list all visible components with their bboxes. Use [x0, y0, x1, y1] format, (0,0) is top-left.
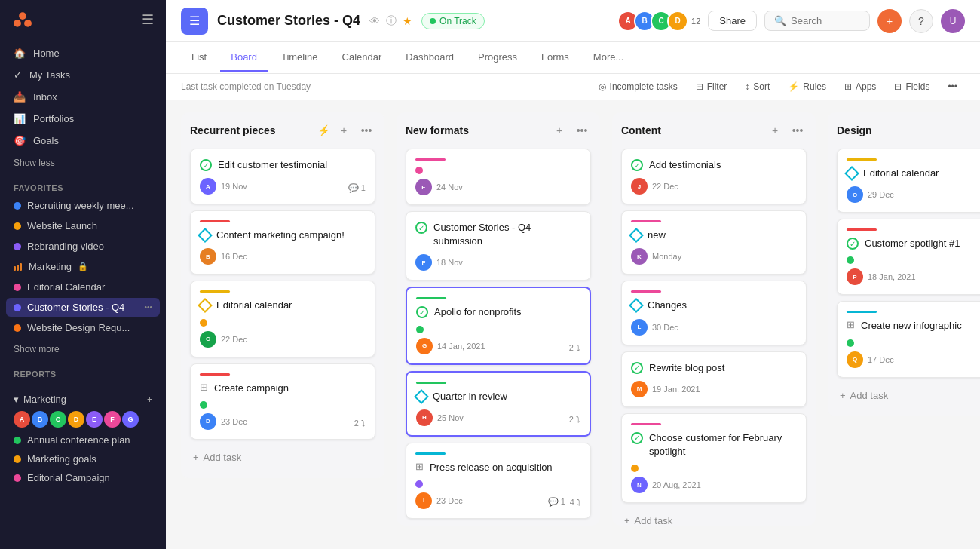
column-more-btn[interactable]: ••• — [789, 121, 807, 140]
share-button[interactable]: Share — [708, 11, 757, 31]
card-avatar: A — [200, 178, 216, 195]
card-add-testimonials[interactable]: ✓ Add testimonials J 22 Dec — [621, 149, 807, 204]
filter-btn[interactable]: ⊟ Filter — [688, 78, 735, 95]
add-card-btn[interactable]: + — [335, 121, 353, 140]
marketing-team[interactable]: ▾ Marketing — [14, 394, 66, 405]
card-date: 18 Jan, 2021 — [868, 272, 916, 281]
tab-dashboard[interactable]: Dashboard — [395, 44, 464, 72]
card-customer-spotlight[interactable]: ✓ Customer spotlight #1 P 18 Jan, 2021 1… — [837, 219, 980, 295]
card-quarter-review[interactable]: Quarter in review H 25 Nov 2 ⤵ — [406, 371, 591, 437]
add-task-btn-design[interactable]: + Add task — [837, 384, 980, 407]
card-edit-testimonial[interactable]: ✓ Edit customer testimonial A 19 Nov 💬 1 — [190, 149, 375, 204]
fav-item-label: Rebranding video — [27, 241, 104, 252]
hide-icon[interactable]: 👁 — [369, 15, 380, 27]
toolbar-right: ◎ Incomplete tasks ⊟ Filter ↕ Sort ⚡ Rul… — [591, 78, 965, 95]
card-create-campaign[interactable]: ⊞ Create campaign D 23 Dec 2 ⤵ — [190, 363, 375, 440]
show-less-btn[interactable]: Show less — [0, 155, 166, 171]
card-avatar: H — [416, 409, 433, 426]
card-new[interactable]: new K Monday — [621, 210, 807, 274]
sidebar-item-portfolios[interactable]: 📊 Portfolios — [6, 108, 160, 130]
main-content: ☰ Customer Stories - Q4 👁 ⓘ ★ On Track A… — [166, 0, 980, 549]
show-more-btn[interactable]: Show more — [0, 341, 166, 357]
sidebar-item-editorial-campaign[interactable]: Editorial Campaign — [6, 468, 160, 487]
plus-icon: + — [193, 452, 199, 463]
sidebar-item-label: Home — [33, 48, 60, 59]
card-changes[interactable]: Changes L 30 Dec — [621, 281, 807, 345]
add-task-btn-recurrent[interactable]: + Add task — [190, 446, 375, 469]
sidebar-item-customer-stories[interactable]: Customer Stories - Q4 ••• — [6, 298, 160, 317]
card-create-infographic[interactable]: ⊞ Create new infographic Q 17 Dec 1 ⤵ — [837, 301, 980, 377]
sidebar-item-my-tasks[interactable]: ✓ My Tasks — [6, 64, 160, 86]
card-rewrite-blog[interactable]: ✓ Rewrite blog post M 19 Jan, 2021 — [621, 351, 807, 407]
apps-btn[interactable]: ⊞ Apps — [837, 78, 884, 95]
card-title: Quarter in review — [433, 390, 507, 403]
user-avatar[interactable]: U — [941, 9, 965, 33]
sidebar-item-home[interactable]: 🏠 Home — [6, 42, 160, 64]
fields-btn[interactable]: ⊟ Fields — [887, 78, 937, 95]
card-avatar: G — [416, 338, 433, 354]
sidebar-item-label: My Tasks — [29, 69, 70, 81]
tasks-icon: ✓ — [14, 69, 22, 81]
card-design-editorial[interactable]: Editorial calendar O 29 Dec — [837, 149, 980, 213]
add-task-btn-new-formats[interactable]: + Add task — [406, 525, 591, 526]
task-check-icon: ✓ — [200, 159, 212, 171]
add-team-icon[interactable]: + — [147, 394, 152, 405]
card-date: 30 Dec — [652, 323, 678, 332]
tab-more[interactable]: More... — [583, 44, 634, 72]
card-date: 25 Nov — [437, 413, 464, 422]
card-nf1[interactable]: E 24 Nov — [406, 149, 591, 205]
tab-list[interactable]: List — [181, 44, 217, 72]
help-button[interactable]: ? — [909, 9, 933, 33]
sidebar-menu-icon[interactable]: ☰ — [142, 11, 154, 28]
more-options-btn[interactable]: ••• — [940, 78, 965, 95]
sort-btn[interactable]: ↕ Sort — [737, 78, 777, 95]
tag-icon — [416, 326, 424, 333]
card-apollo-nonprofits[interactable]: ✓ Apollo for nonprofits G 14 Jan, 2021 2… — [406, 287, 591, 364]
team-avatar: C — [50, 411, 66, 428]
card-choose-customer[interactable]: ✓ Choose customer for February spotlight… — [621, 413, 807, 503]
card-content-campaign[interactable]: Content marketing campaign! B 16 Dec — [190, 210, 375, 274]
tab-progress[interactable]: Progress — [467, 44, 528, 72]
sidebar-top: ☰ — [0, 0, 166, 39]
column-new-formats: New formats + ••• E 24 Nov — [397, 112, 600, 526]
card-customer-stories-submission[interactable]: ✓ Customer Stories - Q4 submission F 18 … — [406, 211, 591, 281]
board: Recurrent pieces ⚡ + ••• ✓ Edit customer… — [166, 100, 980, 549]
item-actions[interactable]: ••• — [144, 303, 152, 311]
sidebar-item-annual-conference[interactable]: Annual conference plan — [6, 431, 160, 449]
sidebar-item-website-design[interactable]: Website Design Requ... — [6, 318, 160, 337]
info-icon[interactable]: ⓘ — [386, 14, 397, 28]
star-icon[interactable]: ★ — [403, 15, 412, 27]
card-color-bar — [416, 297, 446, 299]
sidebar-item-marketing-goals[interactable]: Marketing goals — [6, 449, 160, 468]
search-input[interactable] — [791, 15, 860, 26]
rules-btn[interactable]: ⚡ Rules — [780, 78, 834, 95]
add-task-btn-content[interactable]: + Add task — [621, 509, 807, 526]
sidebar-item-rebranding[interactable]: Rebranding video — [6, 237, 160, 256]
add-card-btn[interactable]: + — [550, 121, 568, 140]
sidebar-item-recruiting[interactable]: Recruiting weekly mee... — [6, 196, 160, 215]
sidebar-item-website-launch[interactable]: Website Launch — [6, 216, 160, 235]
card-date: 18 Nov — [436, 258, 463, 267]
column-more-btn[interactable]: ••• — [357, 121, 375, 140]
tab-board[interactable]: Board — [220, 44, 268, 72]
sidebar-item-editorial[interactable]: Editorial Calendar — [6, 278, 160, 296]
add-card-btn[interactable]: + — [766, 121, 784, 140]
sidebar: ☰ 🏠 Home ✓ My Tasks 📥 Inbox 📊 Portfolios… — [0, 0, 166, 549]
fav-item-label: Marketing — [29, 261, 72, 272]
column-more-btn[interactable]: ••• — [573, 121, 591, 140]
tab-forms[interactable]: Forms — [531, 44, 580, 72]
add-button[interactable]: + — [877, 9, 902, 33]
sidebar-item-goals[interactable]: 🎯 Goals — [6, 130, 160, 152]
tab-timeline[interactable]: Timeline — [271, 44, 329, 72]
incomplete-tasks-btn[interactable]: ◎ Incomplete tasks — [591, 78, 685, 95]
status-badge[interactable]: On Track — [421, 13, 485, 29]
sidebar-item-label: Inbox — [33, 91, 57, 103]
card-press-release[interactable]: ⊞ Press release on acquisition I 23 Dec … — [406, 443, 591, 519]
sidebar-item-inbox[interactable]: 📥 Inbox — [6, 86, 160, 108]
plus-icon: + — [624, 515, 630, 526]
tab-calendar[interactable]: Calendar — [332, 44, 393, 72]
sidebar-item-marketing[interactable]: Marketing 🔒 — [6, 257, 160, 276]
fav-item-label: Website Launch — [27, 220, 97, 232]
search-box[interactable]: 🔍 — [764, 11, 870, 31]
card-editorial-calendar[interactable]: Editorial calendar C 22 Dec — [190, 281, 375, 357]
